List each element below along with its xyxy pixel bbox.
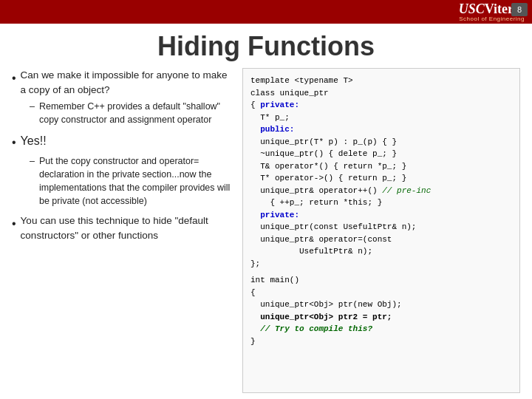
code-line-9: T* operator->() { return p_; } <box>250 172 512 185</box>
left-panel: • Can we make it impossible for anyone t… <box>12 68 233 393</box>
sub-text-1-1: Remember C++ provides a default "shallow… <box>39 100 233 126</box>
code-line-8: T& operator*() { return *p_; } <box>250 160 512 173</box>
bullet-dot-3: • <box>12 215 16 232</box>
bullet-text-2: Yes!! <box>21 132 233 149</box>
bullet-text-1: Can we make it impossible for anyone to … <box>21 68 233 97</box>
code-line-4: T* p_; <box>250 112 512 124</box>
sub-bullet-2-1: – Put the copy constructor and operator=… <box>30 154 233 208</box>
bullet-3: • You can use this technique to hide "de… <box>12 214 233 242</box>
code-line-10: unique_ptr& operator++() // pre-inc <box>250 185 512 197</box>
code-line-5: public: <box>250 123 512 136</box>
slide-number: 8 <box>511 3 528 16</box>
bullet-text-3: You can use this technique to hide "defa… <box>21 214 233 242</box>
code-line-20: unique_ptr<Obj> ptr2 = ptr; <box>250 311 512 324</box>
code-line-18: { <box>250 287 512 299</box>
slide-title: Hiding Functions <box>0 24 532 68</box>
top-bar: USCViterbi School of Engineering 8 <box>0 0 532 24</box>
bullet-1: • Can we make it impossible for anyone t… <box>12 68 233 126</box>
code-line-3: { private: <box>250 99 512 112</box>
code-line-21: // Try to compile this? <box>250 323 512 335</box>
bullet-2: • Yes!! – Put the copy constructor and o… <box>12 132 233 208</box>
code-line-17: int main() <box>250 274 512 287</box>
code-line-22: } <box>250 335 512 348</box>
usc-text: USC <box>459 1 485 16</box>
code-line-7: ~unique_ptr() { delete p_; } <box>250 148 512 160</box>
sub-text-2-1: Put the copy constructor and operator= d… <box>39 154 233 208</box>
code-line-6: unique_ptr(T* p) : p_(p) { } <box>250 136 512 149</box>
code-line-13: unique_ptr(const UsefultPtr& n); <box>250 221 512 233</box>
code-line-11: { ++p_; return *this; } <box>250 197 512 209</box>
code-line-1: template <typename T> <box>250 75 512 87</box>
sub-bullets-2: – Put the copy constructor and operator=… <box>30 154 233 208</box>
content-area: • Can we make it impossible for anyone t… <box>0 68 532 399</box>
bullet-dot-2: • <box>12 134 16 151</box>
code-line-16: }; <box>250 258 512 270</box>
code-line-15: UsefultPtr& n); <box>250 245 512 258</box>
sub-bullet-1-1: – Remember C++ provides a default "shall… <box>30 100 233 126</box>
code-line-19: unique_ptr<Obj> ptr(new Obj); <box>250 299 512 311</box>
bullet-dot-1: • <box>12 69 16 86</box>
code-line-2: class unique_ptr <box>250 87 512 100</box>
sub-bullets-1: – Remember C++ provides a default "shall… <box>30 100 233 126</box>
code-block: template <typename T> class unique_ptr {… <box>242 68 520 393</box>
code-line-12: private: <box>250 209 512 222</box>
code-line-14: unique_ptr& operator=(const <box>250 233 512 246</box>
